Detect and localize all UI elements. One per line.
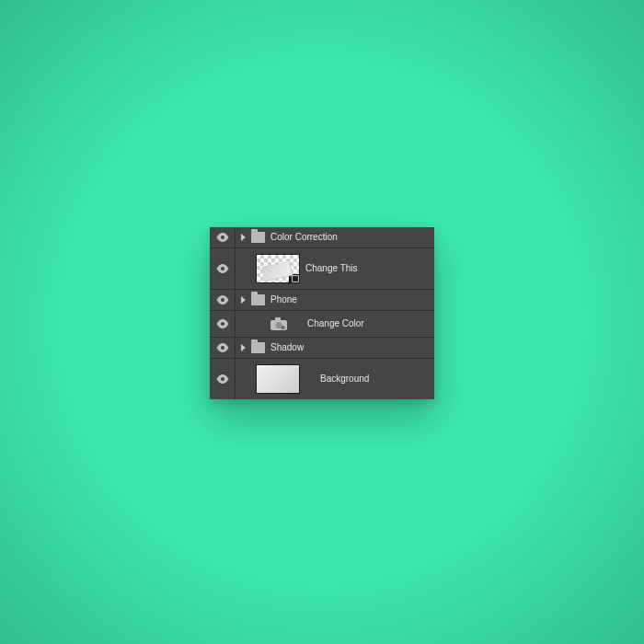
svg-point-7: [281, 325, 284, 328]
layer-thumbnail[interactable]: [256, 364, 300, 394]
folder-icon: [251, 342, 265, 353]
visibility-toggle[interactable]: [210, 338, 236, 358]
layer-label: Shadow: [270, 342, 304, 352]
disclosure-triangle-icon[interactable]: [241, 234, 246, 241]
disclosure-triangle-icon[interactable]: [241, 344, 246, 351]
layer-row-change-this[interactable]: Change This: [210, 248, 434, 290]
camera-icon: [270, 317, 287, 330]
smart-object-badge-icon: [289, 274, 300, 283]
svg-point-1: [221, 267, 224, 270]
folder-icon: [251, 294, 265, 305]
layer-label: Change This: [305, 263, 358, 273]
layer-label: Change Color: [307, 318, 364, 328]
eye-icon: [216, 295, 229, 305]
visibility-toggle[interactable]: [210, 359, 236, 399]
svg-point-0: [221, 236, 224, 239]
layer-label: Color Correction: [270, 232, 338, 242]
folder-icon: [251, 232, 265, 243]
disclosure-triangle-icon[interactable]: [241, 296, 246, 304]
svg-point-9: [221, 377, 224, 381]
layer-row-shadow[interactable]: Shadow: [210, 338, 434, 359]
layers-panel: Color Correction Change This Phone: [210, 227, 434, 399]
visibility-toggle[interactable]: [210, 227, 236, 247]
layer-label: Phone: [270, 294, 297, 305]
layer-row-phone[interactable]: Phone: [210, 290, 434, 311]
svg-point-8: [221, 346, 224, 350]
svg-rect-5: [275, 317, 281, 321]
eye-icon: [216, 319, 229, 328]
svg-point-3: [221, 322, 224, 326]
eye-icon: [216, 264, 229, 273]
visibility-toggle[interactable]: [210, 311, 236, 337]
eye-icon: [216, 233, 229, 242]
visibility-toggle[interactable]: [210, 290, 236, 310]
eye-icon: [216, 374, 229, 384]
eye-icon: [216, 343, 229, 352]
visibility-toggle[interactable]: [210, 248, 236, 289]
layer-row-color-correction[interactable]: Color Correction: [210, 227, 434, 248]
layer-row-background[interactable]: Background: [210, 359, 434, 399]
layer-label: Background: [320, 374, 369, 384]
svg-point-2: [221, 298, 224, 302]
layer-row-change-color[interactable]: Change Color: [210, 311, 434, 338]
layer-thumbnail[interactable]: [256, 254, 300, 283]
